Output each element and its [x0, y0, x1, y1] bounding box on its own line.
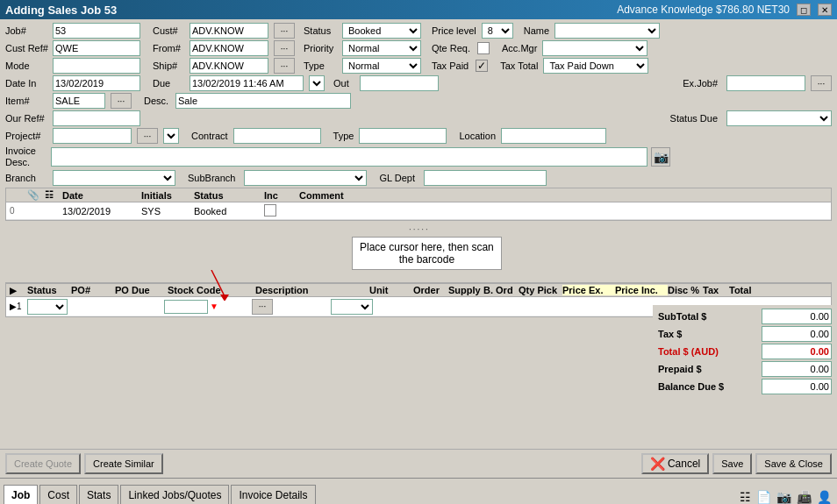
qte-req-checkbox[interactable]: [477, 42, 490, 54]
summary-panel: SubTotal $ Tax $ Total $ (AUD) Prepaid $…: [653, 305, 837, 400]
row-initials: SYS: [141, 206, 194, 217]
job-field[interactable]: [53, 23, 140, 39]
tab-job[interactable]: Job: [4, 485, 38, 504]
subtotal-label: SubTotal $: [658, 311, 706, 322]
balance-due-value: [762, 379, 832, 394]
name-select[interactable]: [554, 23, 660, 39]
tab-icon-person[interactable]: 👤: [817, 490, 832, 504]
project-label: Project#: [5, 131, 47, 141]
tab-cost-label: Cost: [47, 489, 69, 501]
stock-code-input[interactable]: [164, 300, 208, 314]
sub-branch-select[interactable]: [244, 170, 367, 186]
due-field[interactable]: [190, 75, 304, 91]
cust-num-label: Cust#: [153, 25, 184, 36]
acc-mgr-select[interactable]: [542, 40, 647, 56]
qte-req-label: Qte Req.: [432, 43, 470, 53]
tab-icon-grid[interactable]: ☷: [740, 490, 751, 504]
gl-dept-field[interactable]: [424, 170, 547, 186]
status-due-label: Status Due: [670, 113, 718, 124]
date-in-field[interactable]: [53, 75, 140, 91]
cancel-icon: ❌: [650, 457, 665, 471]
price-level-label: Price level: [432, 25, 476, 36]
cust-ref-field[interactable]: [53, 40, 140, 56]
project-dropdown[interactable]: [163, 128, 179, 144]
ship-label: Ship#: [153, 60, 184, 71]
status-select[interactable]: Booked: [342, 23, 421, 39]
prepaid-label: Prepaid $: [658, 364, 702, 374]
our-ref-field[interactable]: [53, 110, 140, 126]
out-field[interactable]: [360, 75, 439, 91]
ex-job-dots[interactable]: ···: [811, 75, 832, 91]
tab-stats[interactable]: Stats: [79, 485, 118, 504]
restore-button[interactable]: ◻: [797, 4, 811, 16]
upper-grid-header: 📎 ☷ Date Initials Status Inc Comment: [6, 188, 831, 202]
priority-label: Priority: [304, 43, 337, 53]
tax-total-select[interactable]: Tax Paid Down: [543, 58, 648, 74]
initials-col-header: Initials: [141, 190, 194, 201]
ex-job-field[interactable]: [726, 75, 805, 91]
tax-paid-checkbox[interactable]: ✓: [476, 60, 488, 72]
date-col-header: Date: [62, 190, 141, 201]
due-dropdown[interactable]: [309, 75, 325, 91]
tab-invoice[interactable]: Invoice Details: [231, 485, 315, 504]
acc-mgr-label: Acc.Mgr: [502, 43, 537, 53]
branch-select[interactable]: [53, 170, 175, 186]
save-close-button[interactable]: Save & Close: [755, 453, 832, 474]
from-field[interactable]: [190, 40, 268, 56]
total-label: Total $ (AUD): [658, 346, 719, 357]
attach-icon: 📎: [27, 189, 45, 201]
mode-field[interactable]: [53, 58, 140, 74]
svg-marker-1: [220, 295, 229, 301]
ship-dots[interactable]: ···: [274, 58, 295, 74]
create-similar-button[interactable]: Create Similar: [84, 453, 163, 474]
gl-dept-label: GL Dept: [379, 173, 415, 183]
tax-sum-label: Tax $: [658, 329, 682, 339]
tab-icon-doc[interactable]: 📄: [756, 490, 771, 504]
svg-line-0: [211, 270, 225, 296]
item-field[interactable]: [53, 93, 105, 109]
cust-ref-label: Cust Ref#: [5, 43, 47, 53]
subtotal-value: [762, 309, 832, 324]
cust-num-field[interactable]: [190, 23, 268, 39]
location-field[interactable]: [501, 128, 606, 144]
comment-col-header: Comment: [299, 190, 475, 201]
tab-icon-fax[interactable]: 📠: [797, 490, 812, 504]
item-dots[interactable]: ···: [111, 93, 132, 109]
create-quote-button[interactable]: Create Quote: [5, 453, 81, 474]
project-dots[interactable]: ···: [137, 128, 158, 144]
grid-icon-header: ☷: [45, 189, 62, 201]
tab-icon-cam[interactable]: 📷: [776, 490, 791, 504]
mode-label: Mode: [5, 60, 47, 71]
balance-due-label: Balance Due $: [658, 381, 724, 392]
tax-paid-label: Tax Paid: [432, 60, 469, 71]
row-status-select[interactable]: [27, 299, 68, 315]
status-due-select[interactable]: [726, 110, 832, 126]
ex-job-label: Ex.Job#: [683, 78, 718, 89]
project-field[interactable]: [53, 128, 132, 144]
invoice-desc-icon-btn[interactable]: 📷: [651, 147, 670, 167]
branch-label: Branch: [5, 173, 47, 183]
ship-field[interactable]: [190, 58, 268, 74]
job-label: Job#: [5, 25, 47, 36]
contract-field[interactable]: [233, 128, 321, 144]
tax-total-label: Tax Total: [500, 60, 538, 71]
tab-invoice-label: Invoice Details: [239, 489, 307, 501]
close-button[interactable]: ✕: [818, 4, 832, 16]
type-select[interactable]: Normal: [342, 58, 421, 74]
price-level-select[interactable]: 8: [482, 23, 513, 39]
save-button[interactable]: Save: [712, 453, 752, 474]
tab-linked[interactable]: Linked Jobs/Quotes: [120, 485, 229, 504]
from-label: From#: [153, 43, 184, 53]
cancel-button[interactable]: ❌ Cancel: [641, 453, 709, 474]
priority-select[interactable]: Normal: [342, 40, 421, 56]
type2-field[interactable]: [359, 128, 447, 144]
invoice-desc-label: InvoiceDesc.: [5, 146, 47, 168]
invoice-desc-field[interactable]: [51, 147, 647, 167]
desc-field[interactable]: [175, 93, 351, 109]
contract-label: Contract: [191, 131, 228, 141]
from-dots[interactable]: ···: [274, 40, 295, 56]
cust-num-dots[interactable]: ···: [274, 23, 295, 39]
tax-sum-value: [762, 326, 832, 342]
inc-col-header: Inc: [264, 190, 299, 201]
tab-cost[interactable]: Cost: [39, 485, 77, 504]
